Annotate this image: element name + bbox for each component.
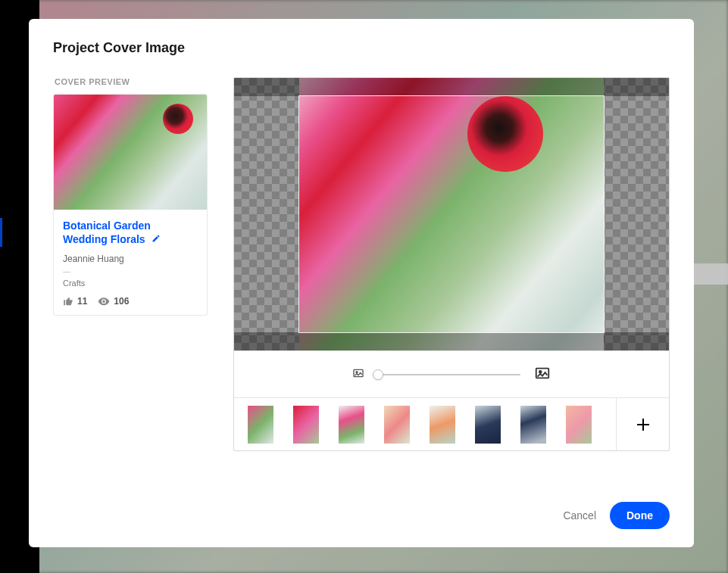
- views-stat: 106: [98, 295, 129, 307]
- preview-card-title-row: Botanical Garden Wedding Florals: [63, 219, 198, 246]
- thumbnail-strip: [234, 397, 669, 450]
- preview-card-author: Jeannie Huang: [63, 254, 198, 264]
- likes-stat: 11: [63, 296, 87, 307]
- views-count: 106: [114, 296, 129, 307]
- thumbnail-item[interactable]: [293, 406, 319, 444]
- done-button[interactable]: Done: [610, 502, 670, 529]
- thumbnail-item[interactable]: [520, 406, 546, 444]
- zoom-in-icon: [534, 365, 551, 385]
- eye-icon: [98, 295, 110, 307]
- zoom-out-icon: [352, 367, 364, 382]
- zoom-slider[interactable]: [378, 374, 520, 375]
- svg-point-1: [356, 371, 358, 372]
- thumbnail-item[interactable]: [475, 406, 501, 444]
- editor-column: [233, 77, 670, 485]
- card-divider: [63, 272, 70, 272]
- crop-image[interactable]: [299, 78, 604, 350]
- preview-card-title[interactable]: Botanical Garden Wedding Florals: [63, 220, 151, 245]
- preview-label: COVER PREVIEW: [55, 77, 208, 86]
- add-image-button[interactable]: [616, 398, 669, 450]
- preview-card-stats: 11 106: [63, 295, 198, 307]
- thumbnail-item[interactable]: [339, 406, 364, 444]
- preview-card: Botanical Garden Wedding Florals Jeannie…: [53, 94, 208, 316]
- thumbnail-item[interactable]: [430, 406, 455, 444]
- crop-canvas[interactable]: [234, 78, 669, 350]
- preview-card-body: Botanical Garden Wedding Florals Jeannie…: [54, 210, 207, 315]
- editor-frame: [233, 77, 670, 451]
- preview-card-thumbnail: [54, 95, 207, 210]
- thumbnail-item[interactable]: [566, 406, 592, 444]
- cover-image-modal: Project Cover Image COVER PREVIEW Botani…: [29, 19, 694, 547]
- likes-count: 11: [77, 296, 87, 307]
- thumbnail-list: [234, 398, 616, 450]
- modal-footer: Cancel Done: [53, 485, 670, 529]
- zoom-slider-knob[interactable]: [373, 369, 383, 380]
- thumbs-up-icon: [63, 296, 73, 307]
- modal-body: COVER PREVIEW Botanical Garden Wedding F…: [53, 77, 670, 485]
- thumbnail-item[interactable]: [248, 406, 273, 444]
- cancel-button[interactable]: Cancel: [563, 509, 596, 522]
- svg-point-3: [539, 370, 542, 372]
- thumbnail-item[interactable]: [384, 406, 410, 444]
- preview-card-category: Crafts: [63, 279, 198, 288]
- edit-title-icon[interactable]: [152, 234, 161, 245]
- preview-column: COVER PREVIEW Botanical Garden Wedding F…: [53, 77, 208, 485]
- zoom-controls: [234, 350, 669, 397]
- modal-title: Project Cover Image: [53, 40, 670, 56]
